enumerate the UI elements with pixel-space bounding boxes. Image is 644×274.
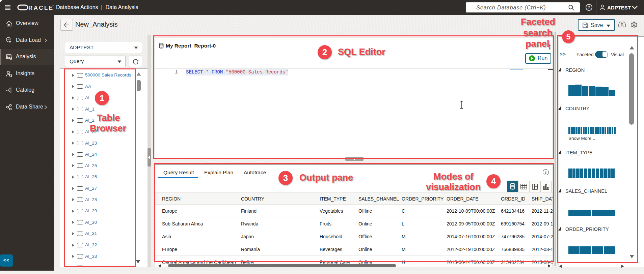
svg-text:RACLE: RACLE — [28, 5, 53, 10]
